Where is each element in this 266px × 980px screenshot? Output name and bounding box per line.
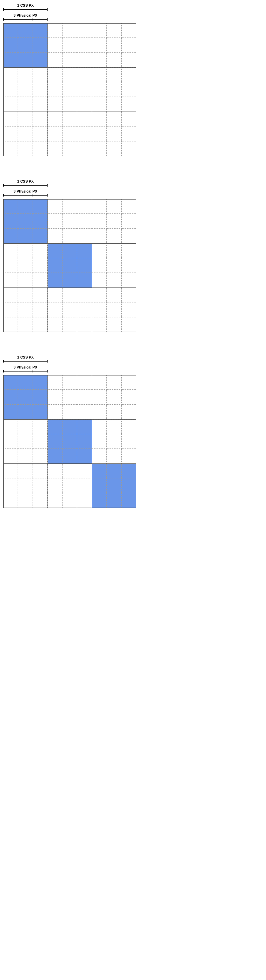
physical-pixel-cell — [107, 53, 121, 67]
physical-pixel-cell — [122, 317, 136, 332]
figure-1: 1 CSS PX 3 Physical PX — [0, 0, 266, 176]
physical-pixel-cell — [62, 243, 77, 258]
physical-pixel-cell — [107, 97, 121, 111]
physical-pixel-cell — [18, 258, 33, 273]
css-px-brace-line — [3, 8, 48, 11]
physical-pixel-cell — [48, 317, 62, 332]
physical-pixel-cell — [18, 493, 33, 508]
physical-pixel-cell — [33, 288, 48, 302]
dimension-labels: 1 CSS PX 3 Physical PX — [3, 179, 266, 199]
physical-pixel-cell — [33, 449, 48, 463]
physical-px-brace: 3 Physical PX — [3, 365, 48, 373]
physical-pixel-cell — [62, 97, 77, 111]
physical-pixel-cell — [33, 243, 48, 258]
css-px-label: 1 CSS PX — [3, 3, 48, 7]
physical-pixel-cell — [122, 97, 136, 111]
physical-pixel-cell — [62, 67, 77, 82]
physical-pixel-cell — [122, 419, 136, 434]
physical-pixel-cell — [77, 38, 92, 52]
physical-pixel-cell — [3, 464, 18, 478]
physical-pixel-cell — [122, 82, 136, 97]
physical-pixel-cell — [48, 258, 62, 273]
dimension-labels: 1 CSS PX 3 Physical PX — [3, 3, 266, 23]
physical-pixel-cell — [107, 478, 121, 493]
physical-pixel-cell — [62, 302, 77, 317]
physical-pixel-cell — [77, 214, 92, 228]
physical-pixel-cell — [107, 493, 121, 508]
physical-pixel-cell — [33, 302, 48, 317]
physical-pixel-cell — [92, 258, 107, 273]
physical-pixel-cell — [3, 53, 18, 67]
physical-pixel-cell — [48, 375, 62, 390]
physical-pixel-cell — [122, 375, 136, 390]
physical-pixel-cell — [122, 112, 136, 126]
physical-px-brace: 3 Physical PX — [3, 13, 48, 21]
physical-pixel-cell — [18, 390, 33, 404]
physical-pixel-cell — [107, 390, 121, 404]
physical-pixel-cell — [92, 67, 107, 82]
physical-pixel-cell — [3, 97, 18, 111]
physical-pixel-cell — [92, 229, 107, 243]
physical-pixel-cell — [122, 142, 136, 156]
physical-pixel-cell — [18, 288, 33, 302]
physical-pixel-cell — [33, 273, 48, 288]
physical-pixel-cell — [77, 258, 92, 273]
physical-pixel-cell — [92, 405, 107, 419]
physical-pixel-cell — [122, 53, 136, 67]
physical-pixel-cell — [33, 317, 48, 332]
physical-pixel-cell — [77, 53, 92, 67]
physical-pixel-cell — [3, 243, 18, 258]
physical-px-label: 3 Physical PX — [3, 13, 48, 17]
physical-pixel-cell — [48, 142, 62, 156]
physical-pixel-cell — [122, 493, 136, 508]
physical-pixel-cell — [62, 23, 77, 38]
physical-pixel-cell — [92, 317, 107, 332]
physical-pixel-cell — [77, 142, 92, 156]
physical-pixel-cell — [107, 214, 121, 228]
physical-pixel-cell — [3, 493, 18, 508]
physical-pixel-cell — [62, 288, 77, 302]
physical-pixel-cell — [77, 273, 92, 288]
physical-pixel-cell — [62, 375, 77, 390]
physical-pixel-cell — [107, 375, 121, 390]
physical-pixel-cell — [33, 126, 48, 141]
physical-pixel-cell — [107, 419, 121, 434]
physical-pixel-cell — [122, 302, 136, 317]
physical-pixel-cell — [62, 478, 77, 493]
css-px-brace: 1 CSS PX — [3, 179, 48, 187]
physical-pixel-cell — [122, 390, 136, 404]
physical-pixel-cell — [18, 375, 33, 390]
physical-pixel-cell — [92, 214, 107, 228]
physical-pixel-cell — [77, 449, 92, 463]
physical-pixel-cell — [122, 449, 136, 463]
physical-pixel-cell — [107, 126, 121, 141]
physical-pixel-cell — [48, 243, 62, 258]
physical-pixel-cell — [3, 214, 18, 228]
physical-pixel-cell — [107, 464, 121, 478]
physical-pixel-cell — [62, 258, 77, 273]
physical-pixel-cell — [18, 112, 33, 126]
physical-pixel-cell — [3, 405, 18, 419]
physical-pixel-cell — [18, 38, 33, 52]
physical-pixel-cell — [107, 38, 121, 52]
physical-pixel-cell — [18, 302, 33, 317]
physical-pixel-cell — [122, 243, 136, 258]
physical-pixel-cell — [3, 258, 18, 273]
physical-pixel-cell — [107, 229, 121, 243]
physical-pixel-cell — [48, 23, 62, 38]
physical-pixel-cell — [18, 243, 33, 258]
css-px-brace-line — [3, 184, 48, 187]
physical-pixel-cell — [18, 229, 33, 243]
physical-pixel-cell — [77, 464, 92, 478]
physical-px-brace: 3 Physical PX — [3, 189, 48, 197]
physical-pixel-cell — [92, 390, 107, 404]
physical-pixel-cell — [122, 126, 136, 141]
physical-pixel-cell — [107, 199, 121, 214]
physical-pixel-cell — [77, 199, 92, 214]
physical-pixel-cell — [62, 493, 77, 508]
physical-pixel-cell — [33, 375, 48, 390]
physical-pixel-cell — [92, 273, 107, 288]
physical-pixel-cell — [3, 229, 18, 243]
physical-pixel-cell — [122, 434, 136, 449]
physical-pixel-cell — [33, 82, 48, 97]
